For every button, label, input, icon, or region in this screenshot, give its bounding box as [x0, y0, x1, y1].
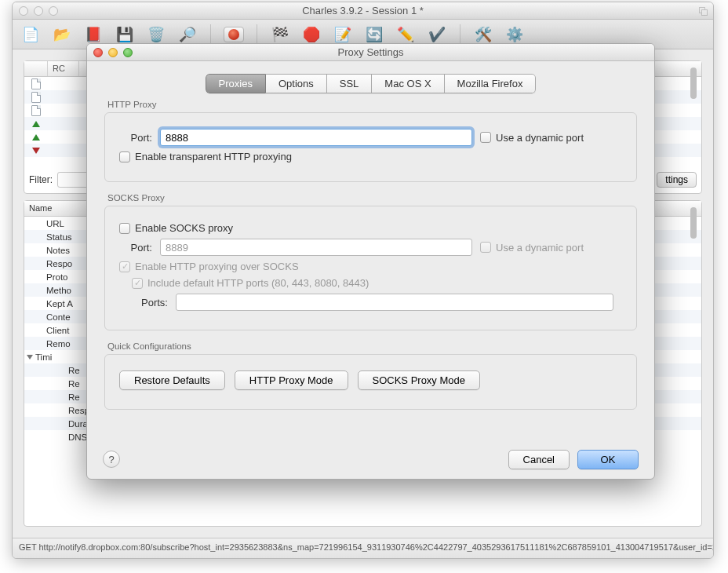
download-icon: [32, 148, 40, 154]
http-dynamic-port-label: Use a dynamic port: [496, 132, 584, 144]
http-port-input[interactable]: [160, 129, 472, 146]
dialog-tabs: ProxiesOptionsSSLMac OS XMozilla Firefox: [87, 74, 654, 93]
proxy-settings-dialog: Proxy Settings ProxiesOptionsSSLMac OS X…: [86, 43, 655, 480]
breakpoints-icon[interactable]: 🛑: [301, 24, 322, 45]
help-button[interactable]: ?: [103, 451, 120, 468]
col-rc[interactable]: RC: [48, 61, 79, 76]
socks-ports-label: Ports:: [132, 297, 168, 308]
requests-scrollbar[interactable]: [688, 66, 699, 170]
dialog-titlebar[interactable]: Proxy Settings: [87, 44, 654, 61]
checkbox-icon: [480, 242, 491, 253]
checkbox-checked-icon: [132, 278, 143, 289]
main-titlebar[interactable]: Charles 3.9.2 - Session 1 *: [13, 2, 713, 20]
close-window-icon[interactable]: [19, 6, 28, 16]
http-dynamic-port-checkbox[interactable]: Use a dynamic port: [480, 132, 584, 144]
tab-options[interactable]: Options: [266, 74, 327, 93]
doc-icon: [31, 78, 41, 89]
socks-http-over-checkbox: Enable HTTP proxying over SOCKS: [119, 261, 299, 272]
dialog-footer: ? Cancel OK: [87, 440, 654, 479]
edit-icon[interactable]: ✏️: [395, 24, 416, 45]
socks-proxy-legend: SOCKS Proxy: [107, 193, 634, 203]
ok-button[interactable]: OK: [577, 450, 639, 469]
cancel-button[interactable]: Cancel: [508, 450, 570, 469]
socks-proxy-mode-button[interactable]: SOCKS Proxy Mode: [358, 370, 481, 390]
filter-label: Filter:: [29, 174, 53, 185]
find-icon[interactable]: 🔎: [177, 24, 198, 45]
http-transparent-checkbox[interactable]: Enable transparent HTTP proxying: [119, 151, 292, 162]
checkbox-checked-icon: [119, 261, 130, 272]
zoom-dialog-icon[interactable]: [123, 48, 133, 57]
tab-mac-os-x[interactable]: Mac OS X: [372, 74, 444, 93]
restore-defaults-button[interactable]: Restore Defaults: [119, 370, 225, 390]
socks-http-over-label: Enable HTTP proxying over SOCKS: [135, 261, 299, 272]
validate-icon[interactable]: ✔️: [427, 24, 447, 45]
doc-icon: [31, 105, 41, 116]
socks-ports-input: [176, 294, 613, 311]
repeat-icon[interactable]: 🔄: [364, 24, 384, 45]
minimize-dialog-icon[interactable]: [108, 48, 118, 57]
http-proxy-group: Port: Use a dynamic port Enable transpar…: [104, 112, 637, 182]
checkbox-icon: [119, 223, 130, 234]
dialog-title: Proxy Settings: [87, 46, 654, 58]
settings-button[interactable]: ttings: [657, 172, 697, 188]
record-icon: [228, 29, 239, 40]
record-button[interactable]: [224, 27, 244, 42]
socks-dynamic-port-checkbox: Use a dynamic port: [480, 242, 584, 254]
new-session-icon[interactable]: 📄: [20, 24, 41, 45]
socks-port-input: [160, 239, 472, 256]
upload-icon: [32, 134, 40, 141]
checkbox-icon: [480, 132, 491, 143]
http-proxy-legend: HTTP Proxy: [107, 100, 634, 109]
statusbar: GET http://notify8.dropbox.com:80/subscr…: [13, 538, 713, 558]
close-session-icon[interactable]: 📕: [83, 24, 104, 45]
tab-ssl[interactable]: SSL: [327, 74, 373, 93]
tab-mozilla-firefox[interactable]: Mozilla Firefox: [445, 74, 537, 93]
expand-window-icon[interactable]: [697, 5, 708, 16]
zoom-window-icon[interactable]: [49, 6, 58, 16]
socks-include-label: Include default HTTP ports (80, 443, 808…: [147, 277, 369, 289]
quick-config-legend: Quick Configurations: [107, 341, 634, 351]
socks-dynamic-port-label: Use a dynamic port: [496, 242, 584, 254]
main-title: Charles 3.9.2 - Session 1 *: [13, 5, 713, 16]
tab-proxies[interactable]: Proxies: [206, 74, 266, 93]
settings-gear-icon[interactable]: ⚙️: [504, 24, 525, 45]
open-folder-icon[interactable]: 📂: [52, 24, 72, 45]
save-icon[interactable]: 💾: [115, 24, 135, 45]
socks-enable-checkbox[interactable]: Enable SOCKS proxy: [119, 222, 233, 234]
upload-icon: [32, 121, 40, 127]
minimize-window-icon[interactable]: [34, 6, 43, 16]
doc-icon: [31, 92, 41, 103]
tools-icon[interactable]: 🛠️: [473, 24, 493, 45]
http-proxy-mode-button[interactable]: HTTP Proxy Mode: [235, 370, 348, 390]
socks-port-label: Port:: [119, 242, 152, 254]
http-port-label: Port:: [119, 132, 152, 144]
close-dialog-icon[interactable]: [93, 48, 103, 57]
quick-config-group: Restore Defaults HTTP Proxy Mode SOCKS P…: [104, 354, 637, 410]
disclosure-triangle-icon: [27, 355, 33, 359]
compose-icon[interactable]: 📝: [333, 24, 353, 45]
socks-include-checkbox: Include default HTTP ports (80, 443, 808…: [132, 277, 369, 289]
details-scrollbar[interactable]: [688, 206, 699, 502]
throttle-icon[interactable]: 🏁: [270, 24, 290, 45]
checkbox-icon: [119, 151, 130, 162]
http-transparent-label: Enable transparent HTTP proxying: [135, 151, 292, 162]
socks-proxy-group: Enable SOCKS proxy Port: Use a dynamic p…: [104, 206, 637, 330]
trash-icon[interactable]: 🗑️: [146, 24, 166, 45]
socks-enable-label: Enable SOCKS proxy: [135, 222, 233, 234]
